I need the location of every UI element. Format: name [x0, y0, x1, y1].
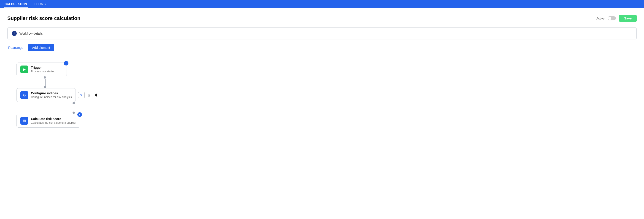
nav-tab-forms[interactable]: FORMS	[34, 1, 46, 8]
trigger-info-badge[interactable]: i	[64, 61, 68, 66]
top-navigation: CALCULATION FORMS	[0, 0, 644, 8]
trigger-node-row: ▶ Trigger Process has started i	[16, 63, 67, 76]
configure-edit-button[interactable]: ✎	[78, 92, 84, 98]
toggle-switch[interactable]	[608, 16, 616, 20]
connector-dot-2	[44, 86, 46, 88]
edit-icon: ✎	[80, 93, 82, 97]
trigger-text-group: Trigger Process has started	[31, 66, 55, 73]
header-row: Supplier risk score calculation Active S…	[7, 15, 637, 22]
connector-dot-4	[72, 112, 75, 114]
arrow-line	[97, 95, 125, 95]
workflow-info-icon: i	[12, 31, 17, 36]
connector-line-1	[45, 79, 46, 86]
toggle-knob	[608, 17, 611, 20]
calculate-icon-symbol: ▦	[23, 119, 26, 123]
configure-indices-node-row: ⚙ Configure indices Configure indices fo…	[16, 88, 125, 102]
connector-line-2	[74, 104, 74, 112]
configure-actions: ✎ 🗑	[78, 92, 125, 98]
calculate-risk-node[interactable]: ▦ Calculate risk score Calculates the ri…	[16, 114, 80, 128]
calculate-title: Calculate risk score	[31, 117, 76, 121]
calculate-text-group: Calculate risk score Calculates the risk…	[31, 117, 76, 124]
configure-title: Configure indices	[31, 91, 72, 95]
save-button[interactable]: Save	[619, 15, 637, 22]
header-right: Active Save	[596, 15, 637, 22]
calculate-icon: ▦	[20, 117, 28, 125]
configure-text-group: Configure indices Configure indices for …	[31, 91, 72, 99]
main-content: Supplier risk score calculation Active S…	[0, 8, 644, 219]
connector-dot-3	[72, 102, 75, 104]
trash-icon: 🗑	[88, 93, 91, 97]
configure-indices-node-wrapper: ⚙ Configure indices Configure indices fo…	[16, 88, 125, 114]
trigger-icon: ▶	[20, 66, 28, 73]
connector-2	[70, 102, 75, 114]
trigger-node[interactable]: ▶ Trigger Process has started i	[16, 63, 67, 76]
configure-subtitle: Configure indices for risk analysis	[31, 96, 72, 99]
nav-tab-calculation[interactable]: CALCULATION	[4, 1, 28, 8]
configure-icon: ⚙	[20, 91, 28, 99]
trigger-node-wrapper: ▶ Trigger Process has started i	[16, 63, 67, 88]
add-element-button[interactable]: Add element	[28, 44, 54, 51]
active-label: Active	[596, 17, 604, 20]
calculate-risk-node-wrapper: ▦ Calculate risk score Calculates the ri…	[16, 114, 80, 128]
configure-icon-symbol: ⚙	[23, 93, 26, 97]
rearrange-button[interactable]: Rearrange	[7, 45, 24, 51]
action-row: Rearrange Add element	[7, 44, 637, 54]
trigger-icon-symbol: ▶	[23, 68, 26, 71]
page-title: Supplier risk score calculation	[7, 15, 80, 21]
arrow-annotation	[94, 93, 125, 97]
flow-column: ▶ Trigger Process has started i	[16, 63, 637, 128]
trigger-subtitle: Process has started	[31, 70, 55, 73]
workflow-details-text: Workflow details	[20, 32, 43, 35]
trigger-title: Trigger	[31, 66, 55, 69]
workflow-canvas: ▶ Trigger Process has started i	[7, 61, 637, 128]
connector-dot-1	[44, 76, 46, 79]
calculate-risk-node-row: ▦ Calculate risk score Calculates the ri…	[16, 114, 80, 128]
connector-1	[41, 76, 46, 88]
workflow-details-bar[interactable]: i Workflow details	[7, 28, 637, 39]
active-toggle[interactable]	[608, 16, 616, 20]
calculate-info-badge[interactable]: i	[77, 112, 82, 117]
arrow-head	[94, 93, 97, 97]
configure-indices-node[interactable]: ⚙ Configure indices Configure indices fo…	[16, 88, 76, 102]
configure-delete-button[interactable]: 🗑	[86, 92, 92, 98]
calculate-subtitle: Calculates the risk value of a supplier	[31, 121, 76, 124]
